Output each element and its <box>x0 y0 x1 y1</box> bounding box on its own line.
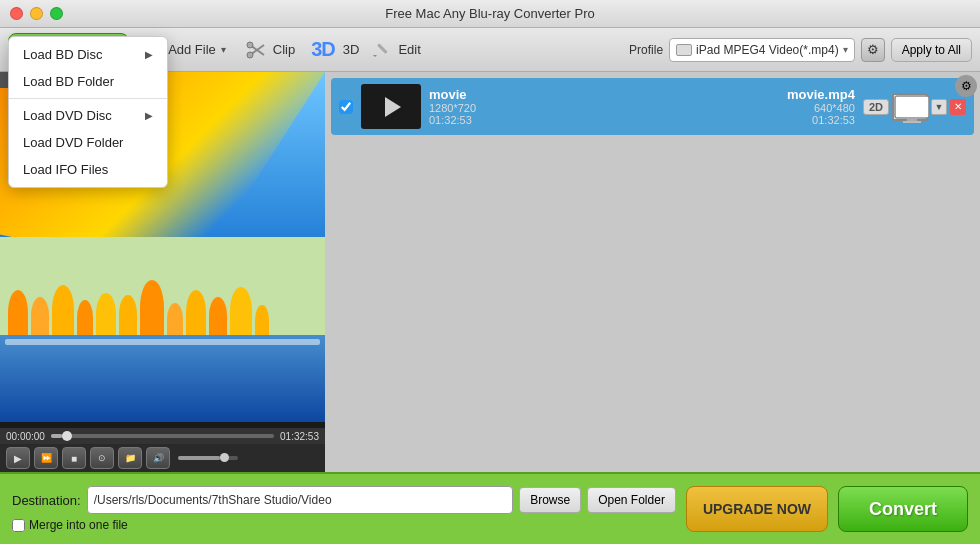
svg-point-7 <box>247 42 253 48</box>
volume-handle[interactable] <box>220 453 229 462</box>
destination-input[interactable] <box>87 486 514 514</box>
merge-label: Merge into one file <box>29 518 128 532</box>
file-duration: 01:32:53 <box>429 114 638 126</box>
upgrade-button[interactable]: UPGRADE NOW <box>686 486 828 532</box>
load-disc-dropdown: Load BD Disc ▶ Load BD Folder Load DVD D… <box>8 36 168 188</box>
submenu-arrow: ▶ <box>145 49 153 60</box>
monitor-icon <box>892 93 928 121</box>
edit-label: Edit <box>398 42 420 57</box>
file-info: movie 1280*720 01:32:53 <box>429 87 638 126</box>
svg-marker-9 <box>373 55 377 57</box>
output-name: movie.mp4 <box>646 87 855 102</box>
merge-row: Merge into one file <box>12 518 676 532</box>
destination-row: Destination: Browse Open Folder <box>12 486 676 514</box>
output-resolution: 640*480 <box>646 102 855 114</box>
close-button[interactable] <box>10 7 23 20</box>
progress-fill <box>51 434 62 438</box>
progress-handle[interactable] <box>62 431 72 441</box>
volume-slider[interactable] <box>178 456 238 460</box>
load-dvd-disc-item[interactable]: Load DVD Disc ▶ <box>9 102 167 129</box>
add-file-arrow: ▾ <box>221 44 226 55</box>
progress-track[interactable] <box>51 434 274 438</box>
row-checkbox[interactable] <box>339 100 353 114</box>
thumb-play-icon <box>385 97 401 117</box>
clip-label: Clip <box>273 42 295 57</box>
edit-button[interactable]: Edit <box>363 33 428 67</box>
stop-button[interactable]: ■ <box>62 447 86 469</box>
destination-label: Destination: <box>12 493 81 508</box>
minimize-button[interactable] <box>30 7 43 20</box>
load-ifo-files-item[interactable]: Load IFO Files <box>9 156 167 183</box>
bottom-left: Destination: Browse Open Folder Merge in… <box>12 486 676 532</box>
trees <box>8 280 269 335</box>
add-file-label: Add File <box>168 42 216 57</box>
app-title: Free Mac Any Blu-ray Converter Pro <box>385 6 595 21</box>
bottom-bar: Destination: Browse Open Folder Merge in… <box>0 472 980 544</box>
2d-badge: 2D <box>863 99 889 115</box>
settings-gear-button[interactable]: ⚙ <box>861 38 885 62</box>
profile-select[interactable]: iPad MPEG4 Video(*.mp4) ▾ <box>669 38 855 62</box>
submenu-arrow-dvd: ▶ <box>145 110 153 121</box>
profile-area: Profile iPad MPEG4 Video(*.mp4) ▾ ⚙ Appl… <box>629 38 972 62</box>
table-row[interactable]: movie 1280*720 01:32:53 movie.mp4 640*48… <box>331 78 974 135</box>
fence <box>5 339 320 345</box>
file-thumbnail <box>361 84 421 129</box>
volume-fill <box>178 456 220 460</box>
open-folder-button[interactable]: Open Folder <box>587 487 676 513</box>
scissors-icon <box>246 41 268 59</box>
divider <box>9 98 167 99</box>
output-duration: 01:32:53 <box>646 114 855 126</box>
profile-label: Profile <box>629 43 663 57</box>
load-bd-folder-item[interactable]: Load BD Folder <box>9 68 167 95</box>
snapshot-button[interactable]: ⊙ <box>90 447 114 469</box>
volume-button[interactable]: 🔊 <box>146 447 170 469</box>
3d-icon: 3D <box>307 38 339 61</box>
profile-dropdown-arrow: ▾ <box>843 44 848 55</box>
row-actions: 2D ▼ ✕ <box>863 93 966 121</box>
file-resolution: 1280*720 <box>429 102 638 114</box>
svg-point-6 <box>247 52 253 58</box>
profile-value: iPad MPEG4 Video(*.mp4) <box>696 43 839 57</box>
row-close-button[interactable]: ✕ <box>950 99 966 115</box>
time-total: 01:32:53 <box>280 431 319 442</box>
merge-checkbox[interactable] <box>12 519 25 532</box>
file-list-panel: ⚙ movie 1280*720 01:32:53 movie.mp4 640*… <box>325 72 980 472</box>
time-current: 00:00:00 <box>6 431 45 442</box>
maximize-button[interactable] <box>50 7 63 20</box>
svg-rect-12 <box>903 121 921 123</box>
preview-controls: ▶ ⏩ ■ ⊙ 📁 🔊 <box>0 444 325 472</box>
fast-forward-button[interactable]: ⏩ <box>34 447 58 469</box>
file-name: movie <box>429 87 638 102</box>
play-button[interactable]: ▶ <box>6 447 30 469</box>
svg-rect-8 <box>377 43 388 54</box>
profile-device-icon <box>676 44 692 56</box>
clip-button[interactable]: Clip <box>238 33 303 67</box>
apply-all-button[interactable]: Apply to All <box>891 38 972 62</box>
svg-rect-10 <box>895 96 929 118</box>
wand-icon <box>371 41 393 59</box>
row-expand-button[interactable]: ▼ <box>931 99 947 115</box>
open-folder-button[interactable]: 📁 <box>118 447 142 469</box>
window-controls <box>10 7 63 20</box>
title-bar: Free Mac Any Blu-ray Converter Pro <box>0 0 980 28</box>
load-bd-disc-item[interactable]: Load BD Disc ▶ <box>9 41 167 68</box>
browse-button[interactable]: Browse <box>519 487 581 513</box>
list-settings-button[interactable]: ⚙ <box>955 75 977 97</box>
svg-rect-11 <box>907 118 917 121</box>
progress-bar-area[interactable]: 00:00:00 01:32:53 <box>0 428 325 444</box>
convert-button[interactable]: Convert <box>838 486 968 532</box>
3d-label[interactable]: 3D <box>343 42 360 57</box>
load-dvd-folder-item[interactable]: Load DVD Folder <box>9 129 167 156</box>
output-info: movie.mp4 640*480 01:32:53 <box>646 87 855 126</box>
